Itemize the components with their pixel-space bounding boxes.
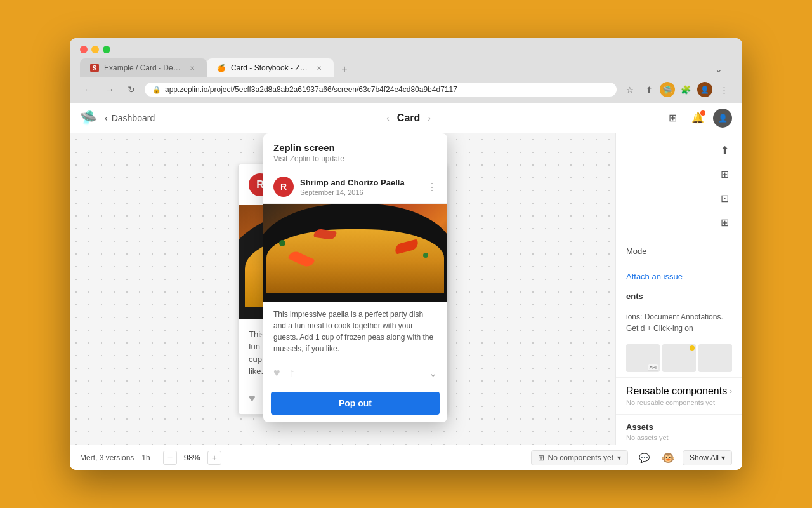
share-button[interactable]: ⬆ — [641, 81, 657, 98]
annotations-text: ions: Document Annotations. Get d + Clic… — [616, 306, 742, 339]
popup-herb-2 — [423, 253, 428, 258]
mode-row: Mode — [626, 246, 732, 256]
popup-card-info: R Shrimp and Chorizo Paella September 14… — [263, 170, 447, 204]
maximize-window-button[interactable] — [103, 46, 110, 53]
popup-subtitle: Visit Zeplin to update — [273, 154, 437, 163]
canvas-area[interactable]: R Shrimp and Chorizo Paella September 14… — [70, 133, 615, 444]
address-bar: ← → ↻ 🔒 app.zeplin.io/project/5ecff3a2d8… — [70, 77, 742, 103]
chrome-frame: S Example / Card - Default • Sto... ✕ 🍊 … — [70, 38, 742, 103]
zoom-in-button[interactable]: + — [207, 451, 221, 465]
header-search-button[interactable]: ⊞ — [662, 108, 683, 128]
copy-button[interactable]: ⊞ — [712, 163, 737, 185]
back-button[interactable]: ← — [80, 81, 96, 98]
tab-2-label: Card - Storybook - Zeplin — [231, 64, 310, 72]
thumbnail-2[interactable] — [662, 344, 696, 372]
popup-expand-button[interactable]: ⌄ — [429, 367, 437, 379]
more-options-button[interactable]: ⊞ — [712, 211, 737, 234]
time-info: 1h — [141, 453, 150, 462]
reusable-chevron: › — [730, 387, 732, 396]
zeplin-popup[interactable]: Zeplin screen Visit Zeplin to update R S… — [263, 133, 447, 422]
chrome-more-button[interactable]: ⋮ — [716, 81, 732, 98]
app-logo: 🛸 — [80, 110, 97, 126]
back-to-dashboard[interactable]: ‹ — [105, 113, 108, 123]
user-avatar[interactable]: 👤 — [713, 109, 732, 128]
component-icon: ⊞ — [538, 453, 544, 462]
address-actions: ☆ ⬆ 🛸 🧩 👤 ⋮ — [622, 81, 732, 98]
panel-action-row: ⬆ ⊞ ⊡ ⊞ — [616, 133, 742, 239]
profile-button[interactable]: 👤 — [697, 81, 713, 98]
close-window-button[interactable] — [80, 46, 88, 53]
tab-1-favicon: S — [90, 64, 99, 72]
header-actions: ⊞ 🔔 👤 — [662, 108, 732, 128]
show-all-label: Show All — [690, 453, 719, 462]
zeplin-extension[interactable]: 🛸 — [660, 82, 675, 97]
popup-more-button[interactable]: ⋮ — [427, 181, 437, 193]
refresh-button[interactable]: ↻ — [123, 81, 140, 98]
forward-button[interactable]: → — [102, 81, 118, 98]
assets-title: Assets — [626, 422, 732, 432]
lock-icon: 🔒 — [152, 86, 161, 94]
bookmark-button[interactable]: ☆ — [622, 81, 638, 98]
extensions-button[interactable]: 🧩 — [678, 81, 694, 98]
pop-out-button[interactable]: Pop out — [271, 392, 440, 415]
thumbnail-3[interactable] — [698, 344, 732, 372]
notification-button[interactable]: 🔔 — [688, 108, 708, 128]
user-avatar-emoji: 👤 — [718, 114, 728, 123]
popup-header: Zeplin screen Visit Zeplin to update — [263, 133, 447, 170]
zoom-out-button[interactable]: − — [163, 451, 177, 465]
tab-2[interactable]: 🍊 Card - Storybook - Zeplin ✕ — [207, 58, 334, 77]
mode-label: Mode — [626, 246, 647, 256]
popup-share-button[interactable]: ↑ — [289, 366, 295, 380]
thumbnail-row: API — [616, 339, 742, 377]
bottom-bar: Mert, 3 versions 1h − 98% + ⊞ No compone… — [70, 444, 742, 470]
popup-actions: ♥ ↑ ⌄ — [263, 361, 447, 385]
reusable-subtitle: No reusable components yet — [626, 399, 732, 406]
title-bar — [70, 38, 742, 53]
annotations-header: ents — [616, 289, 742, 306]
tab-1[interactable]: S Example / Card - Default • Sto... ✕ — [80, 58, 207, 77]
component-dropdown-icon: ▾ — [617, 453, 621, 462]
minimize-window-button[interactable] — [91, 46, 99, 53]
next-screen-button[interactable]: › — [428, 113, 431, 123]
like-button[interactable]: ♥ — [249, 392, 256, 405]
api-badge: API — [648, 364, 658, 371]
zoom-level: 98% — [181, 453, 204, 462]
prev-screen-button[interactable]: ‹ — [386, 113, 390, 123]
tabs-bar: S Example / Card - Default • Sto... ✕ 🍊 … — [70, 53, 742, 77]
tab-1-label: Example / Card - Default • Sto... — [104, 64, 183, 72]
profile-avatar: 👤 — [697, 82, 712, 97]
thumbnail-1[interactable]: API — [626, 344, 660, 372]
screen-title: Card — [397, 112, 420, 124]
thumb-dot — [690, 345, 695, 351]
screen-mode-button[interactable]: ⊡ — [712, 187, 737, 210]
notification-dot — [700, 110, 705, 116]
component-label: No components yet — [548, 453, 613, 462]
popup-herb-1 — [279, 240, 285, 246]
popup-image — [263, 204, 447, 302]
reusable-section[interactable]: Reusable components › No reusable compon… — [616, 377, 742, 414]
assets-section: Assets No assets yet — [616, 414, 742, 444]
url-bar[interactable]: 🔒 app.zeplin.io/project/5ecff3a2d8a8ab2a… — [145, 83, 617, 97]
attach-issue-button[interactable]: Attach an issue — [626, 267, 732, 286]
monkey-button[interactable]: 🐵 — [661, 451, 675, 465]
export-button[interactable]: ⬆ — [712, 138, 737, 161]
url-text: app.zeplin.io/project/5ecff3a2d8a8ab2a61… — [165, 85, 457, 94]
new-tab-button[interactable]: + — [336, 61, 353, 77]
popup-like-button[interactable]: ♥ — [273, 366, 280, 380]
mode-section: Mode — [616, 239, 742, 264]
popup-card-title: Shrimp and Chorizo Paella — [300, 178, 421, 187]
reusable-header: Reusable components › — [626, 385, 732, 397]
tab-list-button[interactable]: ⌄ — [710, 61, 727, 77]
tab-2-favicon: 🍊 — [217, 64, 226, 72]
tab-1-close[interactable]: ✕ — [188, 64, 197, 72]
popup-card-date: September 14, 2016 — [300, 189, 421, 196]
popup-title: Zeplin screen — [273, 142, 437, 153]
component-select[interactable]: ⊞ No components yet ▾ — [531, 450, 628, 465]
header-center: ‹ Card › — [155, 112, 662, 124]
show-all-button[interactable]: Show All ▾ — [683, 450, 732, 465]
comments-button[interactable]: 💬 — [636, 449, 653, 467]
assets-subtitle: No assets yet — [626, 434, 732, 441]
breadcrumb: ‹ Dashboard — [105, 113, 155, 123]
dashboard-link[interactable]: Dashboard — [112, 113, 155, 123]
tab-2-close[interactable]: ✕ — [315, 64, 324, 72]
